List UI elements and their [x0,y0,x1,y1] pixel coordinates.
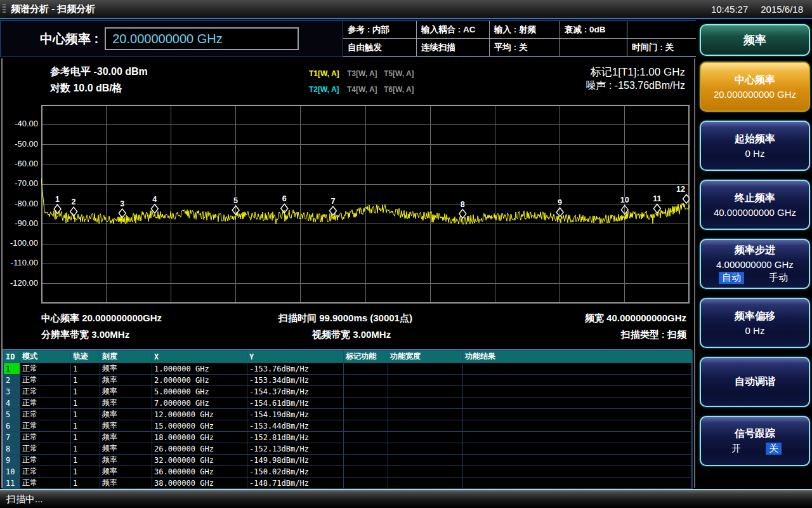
marker-table-row[interactable]: 9正常1频率32.000000 GHz-149.98dBm/Hz [4,455,693,466]
cell-y: -153.44dBm/Hz [247,420,344,432]
softkey-auto-tune[interactable]: 自动调谐 [700,357,810,407]
marker-12[interactable]: 12 [676,185,690,203]
cell-trace: 1 [71,409,100,420]
softkey-center-frequency[interactable]: 中心频率 20.000000000 GHz [700,62,810,112]
marker-table-row[interactable]: 2正常1频率2.000000 GHz-153.34dBm/Hz [4,375,693,386]
y-axis-tick: -70.00 [3,178,38,188]
trace-label-t6[interactable]: T6[W, A] [384,85,414,94]
cell-id: 3 [4,386,20,398]
cell-trace: 1 [71,420,100,432]
cell-mode: 正常 [20,375,71,386]
cell-trace: 1 [71,478,100,489]
trace-label-t4[interactable]: T4[W, A] [347,85,377,94]
marker-table-row[interactable]: 7正常1频率18.000000 GHz-152.81dBm/Hz [4,432,693,443]
toggle-option-auto[interactable]: 自动 [719,272,744,284]
cell-scale: 频率 [100,398,152,409]
cell-y: -154.37dBm/Hz [247,386,344,398]
cell-trace: 1 [71,375,100,386]
status-grid: 参考 : 内部 输入耦合 : AC 输入 : 射频 衰减 : 0dB 自由触发 … [343,21,696,57]
tracking-on-off-toggle: 开 关 [728,443,782,455]
marker-table-row[interactable]: 5正常1频率12.000000 GHz-154.19dBm/Hz [4,409,693,420]
cell-result [463,420,693,432]
footer-vbw: 视频带宽 3.00MHz [312,329,391,341]
cell-scale: 频率 [100,466,152,478]
cell-width [388,375,463,386]
marker-3[interactable]: 3 [119,199,126,218]
marker-8[interactable]: 8 [459,200,466,218]
cell-id: 5 [4,409,20,420]
marker-number-label: 1 [55,195,60,204]
cell-id: 6 [4,420,20,432]
cell-x: 36.000000 GHz [152,466,247,478]
cell-x: 5.000000 GHz [152,386,247,398]
entry-and-status-panel: 中心频率 : 20.000000000 GHz 参考 : 内部 输入耦合 : A… [0,20,696,57]
cell-result [463,455,693,466]
marker-number-label: 2 [72,197,76,206]
column-header-func: 标记功能 [344,351,388,363]
cell-func [344,466,388,478]
marker-table-row[interactable]: 4正常1频率7.000000 GHz-154.61dBm/Hz [4,398,693,409]
marker-number-label: 11 [653,194,661,203]
cell-scale: 频率 [100,432,152,443]
cell-mode: 正常 [20,386,71,398]
softkey-stop-frequency[interactable]: 终止频率 40.000000000 GHz [700,180,810,230]
marker-readout: 标记1[T1]:1.00 GHz 噪声 : -153.76dBm/Hz [586,65,686,93]
marker-table-row[interactable]: 8正常1频率26.000000 GHz-152.13dBm/Hz [4,443,693,455]
cell-y: -154.61dBm/Hz [247,398,344,409]
marker-table-row[interactable]: 10正常1频率36.000000 GHz-150.02dBm/Hz [4,466,693,478]
cell-y: -153.76dBm/Hz [247,363,344,375]
spectrum-plot: 123456789101112 [41,105,690,304]
softkey-signal-tracking[interactable]: 信号跟踪 开 关 [700,416,810,466]
marker-table-row[interactable]: 6正常1频率15.000000 GHz-153.44dBm/Hz [4,420,693,432]
marker-readout-noise: 噪声 : -153.76dBm/Hz [586,79,686,93]
marker-table-header-row: ID模式轨迹刻度XY标记功能功能宽度功能结果 [4,351,693,363]
cell-result [463,398,693,409]
y-axis-tick: -50.00 [3,139,38,149]
marker-11[interactable]: 11 [653,194,661,213]
marker-table-row[interactable]: 11正常1频率38.000000 GHz-148.71dBm/Hz [4,478,693,489]
cell-result [463,443,693,455]
marker-number-label: 8 [461,200,465,209]
cell-trace: 1 [71,443,100,455]
cell-result [463,375,693,386]
marker-6[interactable]: 6 [281,194,288,213]
column-header-y: Y [247,351,344,363]
cell-x: 26.000000 GHz [152,443,247,455]
cell-x: 1.000000 GHz [152,363,247,375]
sidebar-header-frequency[interactable]: 频率 [700,24,810,56]
y-axis-tick: -60.00 [3,159,38,168]
toggle-option-on[interactable]: 开 [728,443,744,455]
cell-x: 15.000000 GHz [152,420,247,432]
status-bar-text: 扫描中... [6,493,43,505]
cell-func [344,409,388,420]
softkey-start-frequency[interactable]: 起始频率 0 Hz [700,121,810,171]
column-header-width: 功能宽度 [388,351,463,363]
status-trigger: 自由触发 [343,39,416,56]
trace-label-t5[interactable]: T5[W, A] [384,69,414,78]
cell-y: -149.98dBm/Hz [247,455,344,466]
cell-mode: 正常 [20,409,71,420]
softkey-frequency-step[interactable]: 频率步进 4.000000000 GHz 自动 手动 [700,239,810,289]
cell-scale: 频率 [100,409,152,420]
cell-width [388,455,463,466]
cell-x: 38.000000 GHz [152,478,247,489]
marker-2[interactable]: 2 [70,197,77,216]
toggle-option-off[interactable]: 关 [766,443,782,455]
cell-id: 2 [4,375,20,386]
trace-label-t2[interactable]: T2[W, A] [309,85,339,94]
softkey-frequency-offset[interactable]: 频率偏移 0 Hz [700,298,810,348]
marker-number-label: 9 [558,198,562,207]
window-grip-icon [3,4,6,14]
status-empty-2 [560,39,627,56]
trace-label-t1[interactable]: T1[W, A] [309,69,339,78]
marker-7[interactable]: 7 [329,197,336,215]
trace-label-t3[interactable]: T3[W, A] [347,69,377,78]
cell-result [463,363,693,375]
marker-table-row[interactable]: 1正常1频率1.000000 GHz-153.76dBm/Hz [4,363,693,375]
cell-y: -152.81dBm/Hz [247,432,344,443]
marker-table-row[interactable]: 3正常1频率5.000000 GHz-154.37dBm/Hz [4,386,693,398]
cell-result [463,386,693,398]
toggle-option-manual[interactable]: 手动 [766,272,791,284]
cell-y: -153.34dBm/Hz [247,375,344,386]
center-frequency-input[interactable]: 20.000000000 GHz [105,27,299,50]
